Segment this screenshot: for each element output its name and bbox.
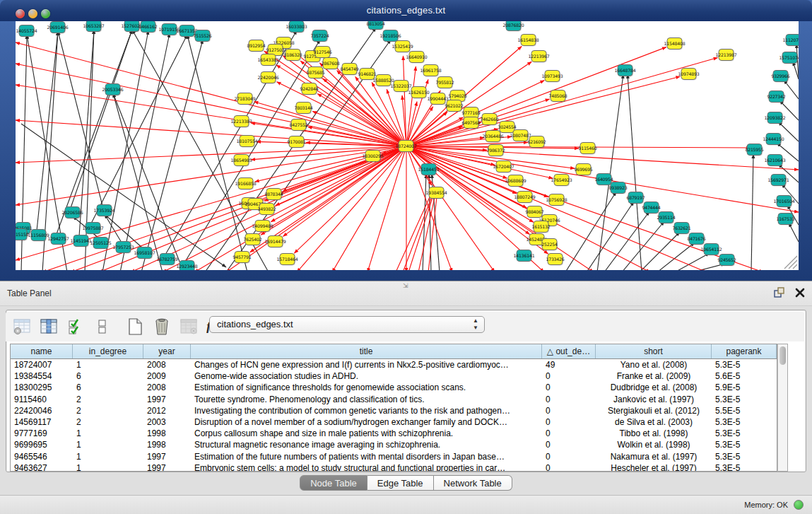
column-header-pagerank[interactable]: pagerank bbox=[712, 344, 777, 358]
float-panel-icon[interactable] bbox=[774, 287, 785, 301]
graph-node[interactable]: 7986372 bbox=[486, 145, 505, 157]
select-all-icon[interactable] bbox=[65, 316, 86, 337]
graph-node[interactable]: 8471676 bbox=[687, 233, 705, 245]
graph-node[interactable]: 8454749 bbox=[340, 64, 358, 76]
svg-text:19975887: 19975887 bbox=[83, 226, 104, 230]
table-row[interactable]: 2242004622012Investigating the contribut… bbox=[11, 405, 777, 416]
graph-node[interactable]: 9699695 bbox=[574, 164, 592, 176]
svg-text:5875685: 5875685 bbox=[306, 70, 324, 75]
svg-text:7485068: 7485068 bbox=[548, 93, 567, 98]
graph-node[interactable]: 9915158 bbox=[10, 229, 28, 241]
svg-text:16671355: 16671355 bbox=[177, 28, 198, 33]
graph-node[interactable]: 7485068 bbox=[548, 90, 567, 103]
graph-node[interactable]: 12923448 bbox=[177, 261, 198, 273]
table-cell: Corpus callosum shape and size in male p… bbox=[191, 428, 542, 439]
graph-node[interactable]: 9621022 bbox=[445, 100, 463, 112]
column-header-short[interactable]: short bbox=[596, 344, 712, 358]
graph-node[interactable]: 1733426 bbox=[546, 254, 564, 266]
graph-node[interactable]: 9457791 bbox=[233, 252, 251, 264]
column-header-name[interactable]: name bbox=[11, 344, 73, 358]
graph-node[interactable]: 9227342 bbox=[767, 91, 785, 103]
graph-node[interactable]: 6879197 bbox=[626, 192, 645, 204]
graph-node[interactable]: 9245652 bbox=[717, 255, 736, 267]
graph-node[interactable]: 9115460 bbox=[578, 143, 596, 155]
svg-text:17957253: 17957253 bbox=[113, 245, 134, 250]
graph-node[interactable]: 7625402 bbox=[243, 234, 261, 246]
graph-node[interactable]: 9170081 bbox=[287, 136, 305, 148]
graph-node[interactable]: 5875685 bbox=[306, 67, 324, 79]
tab-node-table[interactable]: Node Table bbox=[300, 475, 367, 491]
network-window-titlebar[interactable]: citations_edges.txt bbox=[0, 0, 812, 21]
delete-columns-icon[interactable] bbox=[151, 316, 172, 337]
table-cell: Jankovic et al. (1997) bbox=[596, 394, 712, 405]
graph-node[interactable]: 7955812 bbox=[435, 77, 454, 89]
graph-node[interactable]: 8912954 bbox=[247, 40, 265, 52]
svg-text:15325419: 15325419 bbox=[392, 44, 413, 49]
graph-node[interactable]: 7462660 bbox=[480, 114, 498, 126]
graph-node[interactable]: 7803144 bbox=[294, 103, 312, 115]
graph-node[interactable]: 9127546 bbox=[313, 47, 331, 59]
column-header-year[interactable]: year bbox=[143, 344, 191, 358]
table-cell: Genome-wide association studies in ADHD. bbox=[191, 370, 542, 382]
graph-node[interactable]: 7632621 bbox=[672, 223, 690, 235]
graph-node[interactable]: 9329966 bbox=[771, 71, 789, 83]
table-cell: 5.3E-5 bbox=[712, 359, 777, 370]
graph-node[interactable]: 8186328 bbox=[283, 49, 302, 62]
column-header-in_degree[interactable]: in_degree bbox=[73, 344, 143, 358]
svg-text:27183049: 27183049 bbox=[235, 96, 256, 101]
graph-node[interactable]: 8878344 bbox=[264, 189, 283, 201]
graph-node[interactable]: 1615132 bbox=[531, 221, 550, 233]
svg-text:10688609: 10688609 bbox=[505, 178, 526, 183]
graph-node[interactable]: 2935114 bbox=[657, 212, 675, 224]
graph-node[interactable]: 2867608 bbox=[321, 58, 339, 70]
graph-node[interactable]: 8938923 bbox=[608, 182, 627, 194]
create-column-icon[interactable] bbox=[124, 316, 146, 337]
table-selector-dropdown[interactable]: citations_edges.txt ▲▼ bbox=[209, 316, 485, 333]
column-header-out_de[interactable]: △ out_de… bbox=[542, 344, 596, 358]
close-panel-icon[interactable] bbox=[795, 288, 805, 300]
graph-node[interactable]: 7357224 bbox=[310, 30, 329, 42]
graph-node[interactable]: 8466162 bbox=[139, 21, 157, 33]
table-scrollbar[interactable] bbox=[777, 344, 788, 472]
table-row[interactable]: 911546021997Tourette syndrome. Phenomeno… bbox=[11, 394, 777, 405]
graph-node[interactable]: 6497568 bbox=[461, 117, 480, 129]
network-graph-canvas[interactable]: 1872400714055724206914061065328715276021… bbox=[0, 21, 812, 281]
svg-text:9915158: 9915158 bbox=[10, 232, 28, 237]
svg-text:6879197: 6879197 bbox=[626, 195, 645, 200]
graph-node[interactable]: 8215955 bbox=[745, 144, 763, 156]
tab-edge-table[interactable]: Edge Table bbox=[367, 475, 434, 491]
scrollbar-thumb[interactable] bbox=[779, 346, 786, 365]
graph-node[interactable]: 1167533 bbox=[776, 214, 794, 226]
graph-node[interactable]: 9884067 bbox=[525, 206, 543, 218]
show-columns-icon[interactable] bbox=[38, 316, 59, 337]
svg-text:2867608: 2867608 bbox=[321, 61, 339, 66]
svg-text:17654923: 17654923 bbox=[551, 177, 572, 182]
graph-node[interactable]: 6216092 bbox=[527, 136, 546, 148]
graph-node[interactable]: 3493822 bbox=[257, 204, 276, 216]
svg-text:9227342: 9227342 bbox=[767, 94, 785, 99]
svg-text:18300295: 18300295 bbox=[363, 153, 384, 158]
graph-node[interactable]: 9474444 bbox=[642, 202, 660, 214]
table-row[interactable]: 969969511998Structural magnetic resonanc… bbox=[11, 439, 777, 450]
graph-node[interactable]: 8813054 bbox=[366, 21, 384, 30]
graph-node[interactable]: 9242844 bbox=[300, 83, 318, 95]
table-row[interactable]: 1938455462009Genome-wide association stu… bbox=[11, 370, 777, 382]
graph-node[interactable]: 252254 bbox=[541, 239, 558, 251]
splitter-handle[interactable]: ⇲ bbox=[403, 282, 408, 289]
table-row[interactable]: 1830029562008Estimation of significance … bbox=[11, 382, 777, 393]
table-cell: 6 bbox=[73, 382, 143, 393]
graph-node[interactable]: 7515526 bbox=[193, 30, 211, 42]
table-row[interactable]: 946554611997Estimation of the future num… bbox=[11, 451, 777, 462]
svg-text:6497568: 6497568 bbox=[461, 120, 480, 125]
graph-node[interactable]: 8427552 bbox=[289, 119, 307, 132]
column-header-title[interactable]: title bbox=[191, 344, 542, 358]
tab-network-table[interactable]: Network Table bbox=[434, 475, 512, 491]
deselect-all-icon[interactable] bbox=[92, 316, 113, 337]
table-row[interactable]: 1456911722003Disruption of a novel membe… bbox=[11, 416, 777, 428]
table-row[interactable]: 977716911998Corpus callosum shape and si… bbox=[11, 428, 777, 439]
table-cell: 5.3E-5 bbox=[712, 462, 777, 472]
svg-text:19166858: 19166858 bbox=[235, 181, 257, 186]
table-mode-icon[interactable] bbox=[11, 316, 33, 337]
table-row[interactable]: 946362711997Embryonic stem cells: a mode… bbox=[11, 462, 777, 472]
table-row[interactable]: 1872400712008Changes of HCN gene express… bbox=[11, 359, 777, 370]
